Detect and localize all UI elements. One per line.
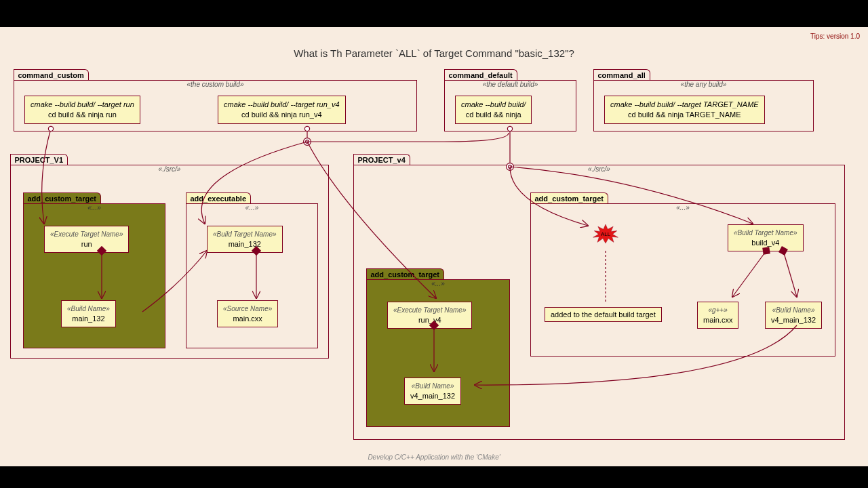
package-tab: add_custom_target xyxy=(23,192,101,203)
package-command-custom: command_custom «the custom build» cmake … xyxy=(14,80,417,131)
command-box-c2: cmake --build build/ --target run_v4 cd … xyxy=(218,96,346,124)
package-command-all: command_all «the any build» cmake --buil… xyxy=(593,80,814,131)
note-all: added to the default build target xyxy=(545,307,662,322)
package-add-custom-target-v4: add_custom_target «...» «Execute Target … xyxy=(366,279,510,427)
package-tab: PROJECT_v4 xyxy=(353,154,410,165)
letterbox-bottom xyxy=(0,466,868,488)
node-main-132: «Build Name» main_132 xyxy=(61,300,116,327)
package-project-v1: PROJECT_V1 «./src/» add_custom_target «.… xyxy=(10,165,329,359)
command-box-c1: cmake --build build/ --target run cd bui… xyxy=(24,96,140,124)
package-add-executable: add_executable «...» «Build Target Name»… xyxy=(186,203,318,348)
burst-all: ALL xyxy=(592,224,619,243)
package-tab: add_custom_target xyxy=(530,192,608,203)
node-build-v4: «Build Target Name» build_v4 xyxy=(728,224,804,251)
package-add-custom-target-v1: add_custom_target «...» «Execute Target … xyxy=(23,203,165,348)
command-box-c3: cmake --build build/ cd build && ninja xyxy=(455,96,532,124)
package-add-custom-target-v4b: add_custom_target «...» ALL added to the… xyxy=(530,203,835,357)
node-v4-main: «Build Name» v4_main_132 xyxy=(404,378,461,405)
stage: Tips: version 1.0 What is Th Parameter `… xyxy=(0,0,868,488)
tips-text: Tips: version 1.0 xyxy=(810,33,860,40)
package-command-default: command_default «the default build» cmak… xyxy=(444,80,576,131)
package-stereo: «the any build» xyxy=(681,81,727,88)
diagram-canvas: Tips: version 1.0 What is Th Parameter `… xyxy=(0,27,868,466)
letterbox-top xyxy=(0,0,868,27)
package-tab: PROJECT_V1 xyxy=(10,154,68,165)
package-stereo: «./src/» xyxy=(159,165,181,173)
package-tab: command_default xyxy=(444,69,517,80)
command-box-c4: cmake --build build/ --target TARGET_NAM… xyxy=(604,96,765,124)
node-gpp: «g++» main.cxx xyxy=(697,302,738,329)
package-tab: command_all xyxy=(593,69,650,80)
package-tab: add_custom_target xyxy=(366,268,444,279)
node-build-target: «Build Target Name» main_132 xyxy=(207,226,283,253)
page-title: What is Th Parameter `ALL` of Target Com… xyxy=(0,47,868,59)
footer-text: Develop C/C++ Application with the 'CMak… xyxy=(0,453,868,461)
package-project-v4: PROJECT_v4 «./src/» add_custom_target «.… xyxy=(353,165,845,440)
package-tab: add_executable xyxy=(186,192,252,203)
node-run: «Execute Target Name» run xyxy=(44,226,129,253)
svg-text:ALL: ALL xyxy=(601,231,611,237)
node-main-cxx: «Source Name» main.cxx xyxy=(217,300,278,327)
node-run-v4: «Execute Target Name» run_v4 xyxy=(387,302,472,329)
package-stereo: «the default build» xyxy=(483,81,538,88)
node-v4-main-2: «Build Name» v4_main_132 xyxy=(765,302,822,329)
package-stereo: «the custom build» xyxy=(187,81,244,88)
package-tab: command_custom xyxy=(14,69,89,80)
